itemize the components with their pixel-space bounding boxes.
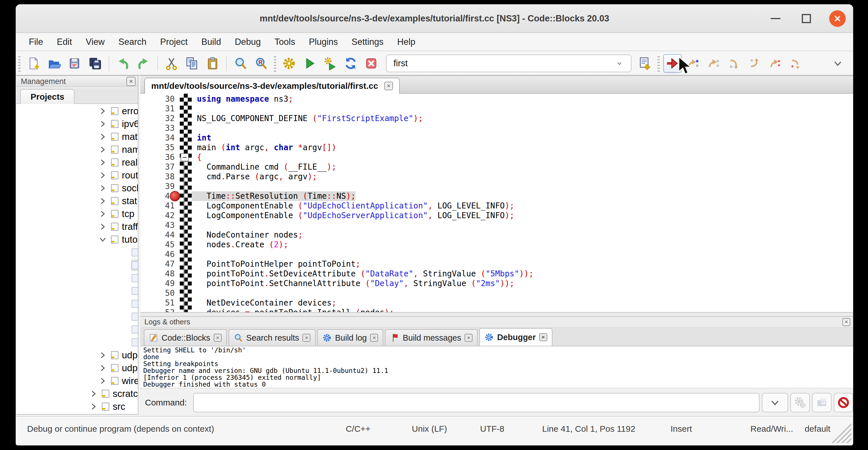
line-number[interactable]: 41 xyxy=(141,201,175,211)
fold-collapse-icon[interactable] xyxy=(181,153,189,161)
line-number[interactable]: 48 xyxy=(141,269,175,279)
log-tab-debugger[interactable]: Debugger× xyxy=(479,328,552,346)
editor-tab-close-icon[interactable]: × xyxy=(384,82,393,90)
line-number[interactable]: 44 xyxy=(141,230,175,240)
tree-item-udp[interactable]: udp xyxy=(16,349,138,361)
log-tab-close-icon[interactable]: × xyxy=(465,334,472,342)
line-number[interactable]: 38 xyxy=(141,172,175,182)
tree-item-udp-[interactable]: udp- xyxy=(16,361,138,374)
menu-plugins[interactable]: Plugins xyxy=(302,34,345,50)
code-editor[interactable]: 30using namespace ns3;3132NS_LOG_COMPONE… xyxy=(141,94,853,312)
tree-item-stat[interactable]: stat xyxy=(16,194,138,207)
code-line-33[interactable]: 33 xyxy=(141,123,853,133)
log-tab-close-icon[interactable]: × xyxy=(539,333,547,341)
line-number[interactable]: 47 xyxy=(141,259,175,269)
command-input[interactable] xyxy=(193,393,760,412)
line-number[interactable]: 43 xyxy=(141,220,175,230)
chevron-right-icon[interactable] xyxy=(99,184,106,192)
code-line-51[interactable]: 51 NetDeviceContainer devices; xyxy=(141,298,853,308)
chevron-down-button[interactable] xyxy=(829,54,847,72)
line-number[interactable]: 39 xyxy=(141,182,175,191)
tree-item-rout[interactable]: rout xyxy=(16,169,138,182)
code-line-48[interactable]: 48 pointToPoint.SetDeviceAttribute ("Dat… xyxy=(141,269,853,279)
line-number[interactable]: 51 xyxy=(141,298,175,308)
code-line-47[interactable]: 47 PointToPointHelper pointToPoint; xyxy=(141,259,853,269)
line-number[interactable]: 31 xyxy=(141,104,175,114)
chevron-right-icon[interactable] xyxy=(99,210,106,217)
code-line-37[interactable]: 37 CommandLine cmd (__FILE__); xyxy=(141,162,853,172)
line-number[interactable]: 45 xyxy=(141,240,175,249)
code-line-42[interactable]: 42 LogComponentEnable ("UdpEchoServerApp… xyxy=(141,211,853,220)
find-button[interactable] xyxy=(231,54,250,72)
tree-item-scratch[interactable]: scratch xyxy=(16,387,138,400)
tree-item-fif[interactable]: fif xyxy=(16,246,138,259)
chevron-right-icon[interactable] xyxy=(99,352,106,359)
tree-item-se[interactable]: se xyxy=(16,310,138,323)
line-number[interactable]: 52 xyxy=(141,308,175,312)
code-line-45[interactable]: 45 nodes.Create (2); xyxy=(141,240,853,249)
paste-button[interactable] xyxy=(204,54,222,72)
log-tab-build-log[interactable]: Build log× xyxy=(317,329,383,346)
copy-button[interactable] xyxy=(183,54,201,72)
resize-grip[interactable] xyxy=(830,422,851,443)
tree-item-realt[interactable]: realt xyxy=(16,156,138,169)
tree-item-sock[interactable]: sock xyxy=(16,182,138,194)
code-line-34[interactable]: 34int xyxy=(141,133,853,143)
log-tab-close-icon[interactable]: × xyxy=(370,334,378,342)
code-line-44[interactable]: 44 NodeContainer nodes; xyxy=(141,230,853,240)
tree-item-nam[interactable]: nam xyxy=(16,143,138,156)
chevron-right-icon[interactable] xyxy=(90,390,97,397)
code-line-52[interactable]: 52 devices = pointToPoint.Install (nodes… xyxy=(141,308,853,312)
menu-view[interactable]: View xyxy=(79,34,112,50)
chevron-right-icon[interactable] xyxy=(99,120,106,128)
menu-build[interactable]: Build xyxy=(195,34,228,50)
tree-item-traff[interactable]: traff xyxy=(16,220,138,233)
chevron-right-icon[interactable] xyxy=(99,223,106,231)
menu-project[interactable]: Project xyxy=(153,34,194,50)
menu-debug[interactable]: Debug xyxy=(228,34,268,50)
tree-item-fir[interactable]: fir xyxy=(16,259,138,272)
step-out-button[interactable] xyxy=(746,54,764,72)
code-line-46[interactable]: 46 xyxy=(141,249,853,259)
title-bar[interactable]: mnt/dev/tools/source/ns-3-dev/examples/t… xyxy=(16,4,853,33)
open-file-button[interactable] xyxy=(45,54,63,72)
abort-build-button[interactable] xyxy=(362,54,380,72)
close-button[interactable] xyxy=(829,10,846,27)
clear-log-button[interactable] xyxy=(834,393,853,412)
replace-button[interactable]: R xyxy=(252,54,270,72)
code-line-41[interactable]: 41 LogComponentEnable ("UdpEchoClientApp… xyxy=(141,201,853,211)
code-line-30[interactable]: 30using namespace ns3; xyxy=(141,94,853,104)
log-tab-build-messages[interactable]: Build messages× xyxy=(385,329,478,346)
toolbar-grip[interactable] xyxy=(18,55,21,72)
chevron-right-icon[interactable] xyxy=(99,133,106,141)
tree-item-he[interactable]: he xyxy=(16,284,138,297)
rebuild-button[interactable] xyxy=(342,54,360,72)
build-button[interactable] xyxy=(280,54,298,72)
step-into-button[interactable] xyxy=(725,54,743,72)
code-line-49[interactable]: 49 pointToPoint.SetChannelAttribute ("De… xyxy=(141,279,853,289)
menu-help[interactable]: Help xyxy=(390,34,422,50)
undo-button[interactable] xyxy=(114,54,132,72)
management-close-icon[interactable]: × xyxy=(126,77,135,86)
chevron-right-icon[interactable] xyxy=(99,377,106,385)
save-all-button[interactable] xyxy=(86,54,104,72)
chevron-right-icon[interactable] xyxy=(99,364,106,372)
log-tab-close-icon[interactable]: × xyxy=(303,334,310,342)
code-line-32[interactable]: 32NS_LOG_COMPONENT_DEFINE ("FirstScriptE… xyxy=(141,114,853,123)
chevron-right-icon[interactable] xyxy=(90,403,97,410)
line-number[interactable]: 42 xyxy=(141,211,175,220)
tree-item-src[interactable]: src xyxy=(16,400,138,413)
chevron-right-icon[interactable] xyxy=(99,108,106,115)
logs-close-icon[interactable]: × xyxy=(842,318,850,326)
line-number[interactable]: 33 xyxy=(141,123,175,133)
tree-item-se[interactable]: se xyxy=(16,297,138,310)
code-line-50[interactable]: 50 xyxy=(141,289,853,298)
menu-edit[interactable]: Edit xyxy=(50,34,79,50)
line-number[interactable]: 30 xyxy=(141,94,175,104)
line-number[interactable]: 49 xyxy=(141,279,175,289)
toolbar-grip[interactable] xyxy=(274,55,276,72)
maximize-button[interactable] xyxy=(798,10,814,27)
build-target-combo[interactable]: first xyxy=(386,55,631,72)
menu-settings[interactable]: Settings xyxy=(345,34,390,50)
menu-tools[interactable]: Tools xyxy=(268,34,302,50)
